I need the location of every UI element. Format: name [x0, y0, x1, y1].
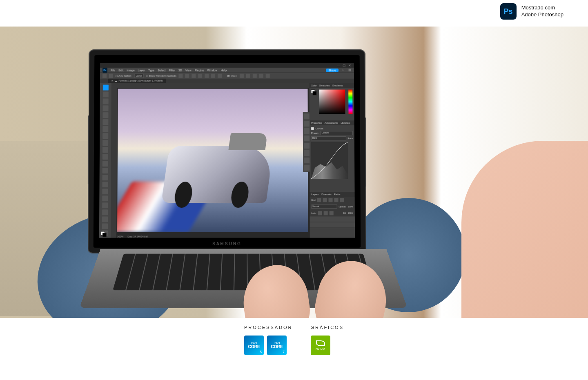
menu-layer[interactable]: Layer [138, 69, 145, 72]
layers-lock-row: Lock: Fill: 100% [310, 210, 355, 216]
tab-properties[interactable]: Properties [311, 122, 322, 124]
distribute-icon[interactable] [198, 74, 203, 78]
home-icon[interactable] [102, 74, 107, 78]
mode-3d-icon[interactable] [246, 74, 250, 78]
auto-button[interactable]: Auto [347, 137, 352, 140]
search-icon[interactable]: ⌕ [342, 69, 345, 72]
properties-panel: ⬜ Curves Preset: Custom RGB [310, 125, 355, 192]
align-icon[interactable] [192, 74, 196, 78]
color-swatches-icon[interactable] [101, 231, 107, 237]
layer-row[interactable] [310, 222, 355, 228]
tab-adjustments[interactable]: Adjustments [325, 122, 338, 124]
align-icon[interactable] [179, 74, 183, 78]
fill-value[interactable]: 100% [348, 212, 353, 214]
close-tab-icon[interactable]: × [111, 80, 113, 82]
menu-plugins[interactable]: Plugins [195, 69, 204, 72]
panel-icon[interactable] [304, 113, 310, 119]
layer-dropdown[interactable]: Layer [134, 74, 143, 78]
zoom-value[interactable]: 100% [117, 236, 123, 238]
panel-icon[interactable] [304, 165, 310, 171]
tab-gradients[interactable]: Gradients [332, 84, 343, 87]
hand-tool-icon[interactable] [102, 216, 108, 222]
menu-filter[interactable]: Filter [169, 69, 175, 72]
document-canvas[interactable] [117, 89, 308, 232]
menu-edit[interactable]: Edit [118, 69, 123, 72]
eraser-tool-icon[interactable] [102, 161, 108, 167]
share-button[interactable]: Share [326, 69, 339, 72]
crop-tool-icon[interactable] [102, 112, 108, 118]
workspace-icon[interactable]: ▦ [348, 69, 352, 72]
lock-icon[interactable] [324, 211, 328, 215]
distribute-icon[interactable] [212, 74, 216, 78]
auto-select-checkbox[interactable]: ☐ Auto-Select: [116, 74, 132, 77]
panel-icon[interactable] [304, 128, 310, 134]
stamp-tool-icon[interactable] [102, 147, 108, 153]
dodge-tool-icon[interactable] [102, 182, 108, 187]
move-tool-icon[interactable] [103, 85, 109, 91]
menu-file[interactable]: File [111, 69, 115, 72]
lock-icon[interactable] [330, 211, 334, 215]
fg-bg-swatch[interactable] [311, 89, 316, 120]
panel-icon[interactable] [304, 136, 310, 141]
move-tool-preset-icon[interactable] [109, 74, 113, 78]
panel-icon[interactable] [304, 158, 310, 163]
blur-tool-icon[interactable] [102, 175, 108, 180]
show-transform-checkbox[interactable]: ☐ Show Transform Controls [146, 74, 176, 77]
distribute-icon[interactable] [205, 74, 209, 78]
preset-label: Preset: [311, 132, 319, 134]
photoshop-icon: Ps [500, 3, 517, 20]
history-brush-tool-icon[interactable] [102, 154, 108, 160]
eyedropper-tool-icon[interactable] [102, 126, 108, 132]
menu-bar: Ps File Edit Image Layer Type Select Fil… [100, 68, 354, 73]
align-icon[interactable] [185, 74, 189, 78]
mode-3d-icon[interactable] [259, 74, 263, 78]
tab-swatches[interactable]: Swatches [319, 84, 330, 87]
preset-dropdown[interactable]: Custom [321, 131, 353, 135]
tab-libraries[interactable]: Libraries [341, 122, 350, 124]
frame-tool-icon[interactable] [102, 119, 108, 125]
menu-view[interactable]: View [185, 69, 192, 72]
brush-tool-icon[interactable] [102, 140, 108, 146]
menu-window[interactable]: Window [207, 69, 218, 72]
type-tool-icon[interactable] [102, 196, 108, 201]
panel-icon[interactable] [304, 121, 310, 127]
document-tab[interactable]: × ☁ Formula 1.psd@ 100% (Layer 1, RGB/8) [108, 79, 166, 83]
selection-tool-icon[interactable] [103, 105, 109, 111]
lasso-tool-icon[interactable] [103, 98, 109, 104]
layer-row[interactable] [310, 216, 355, 222]
blend-mode-dropdown[interactable]: Normal [311, 204, 337, 209]
marquee-tool-icon[interactable] [103, 91, 109, 97]
channel-dropdown[interactable]: RGB [311, 136, 346, 140]
lock-icon[interactable] [318, 211, 322, 215]
zoom-tool-icon[interactable] [102, 223, 108, 229]
shape-tool-icon[interactable] [102, 209, 108, 215]
menu-select[interactable]: Select [158, 69, 165, 72]
panel-icon[interactable] [304, 150, 310, 156]
show-transform-label: Show Transform Controls [149, 75, 176, 77]
properties-panel-tabs: Properties Adjustments Libraries [310, 120, 354, 125]
menu-3d[interactable]: 3D [178, 69, 182, 72]
opacity-value[interactable]: 100% [348, 205, 353, 208]
curves-icon: ⬜ [311, 127, 314, 130]
pen-tool-icon[interactable] [102, 189, 108, 194]
screen-bezel: — ▢ ✕ Ps File Edit Image Layer Type Sele… [94, 55, 361, 248]
minimize-icon[interactable]: — [337, 64, 340, 67]
menu-help[interactable]: Help [220, 69, 226, 72]
tab-color[interactable]: Color [311, 84, 316, 87]
hue-slider[interactable] [348, 89, 352, 114]
maximize-icon[interactable]: ▢ [343, 64, 346, 67]
menu-image[interactable]: Image [127, 69, 134, 72]
cloud-icon: ☁ [114, 80, 117, 82]
mode-3d-icon[interactable] [240, 74, 244, 78]
panel-icon[interactable] [304, 143, 310, 149]
color-field[interactable] [319, 89, 345, 114]
healing-tool-icon[interactable] [102, 133, 108, 139]
mode-3d-icon[interactable] [266, 74, 270, 78]
close-icon[interactable]: ✕ [348, 64, 352, 67]
more-icon[interactable] [218, 74, 222, 78]
menu-type[interactable]: Type [148, 69, 154, 72]
curves-graph[interactable] [311, 142, 348, 179]
mode-3d-icon[interactable] [253, 74, 257, 78]
path-tool-icon[interactable] [102, 202, 108, 208]
gradient-tool-icon[interactable] [102, 168, 108, 173]
